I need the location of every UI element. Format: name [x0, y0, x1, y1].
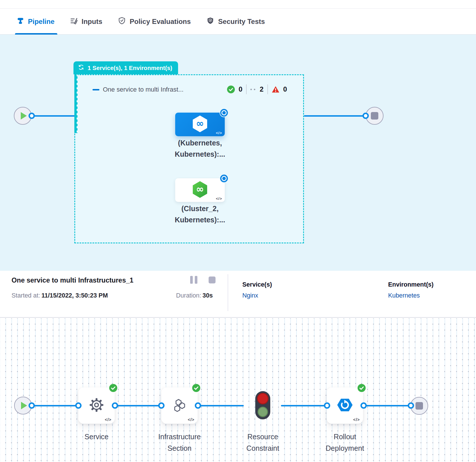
stage-group-edge-strip — [74, 74, 78, 133]
tab-pipeline-label: Pipeline — [28, 18, 54, 26]
running-dots-icon — [250, 89, 255, 90]
stage-group-container: One service to multi Infrast... 0 2 0 — [74, 74, 304, 243]
success-check-badge — [192, 384, 200, 392]
matrix-node-kubernetes[interactable]: ∞ </> — [175, 113, 225, 136]
traffic-light-green — [258, 407, 268, 417]
stage-group-title: One service to multi Infrast... — [103, 86, 184, 93]
stage-flow-canvas: </> Service </> Infrastructu — [0, 318, 476, 462]
edge-stage-to-end — [304, 115, 366, 117]
yaml-code-glyph: </> — [216, 196, 222, 201]
harness-hexagon-icon: ∞ — [191, 180, 209, 200]
hexagons-icon — [172, 397, 187, 414]
success-check-badge — [358, 384, 366, 392]
security-shield-gear-icon — [206, 17, 214, 26]
step-infrastructure-section-label: Infrastructure Section — [145, 431, 214, 454]
edge — [198, 405, 244, 406]
edge — [32, 405, 78, 406]
cycle-icon — [78, 64, 84, 72]
service-environment-badge[interactable]: 1 Service(s), 1 Environment(s) — [73, 61, 178, 74]
duration-row: Duration: 30s — [176, 292, 213, 299]
connector-dot[interactable] — [195, 402, 201, 409]
queued-spinner-badge — [220, 174, 228, 183]
traffic-light-red — [257, 393, 269, 404]
edge — [281, 405, 327, 406]
svg-text:∞: ∞ — [196, 183, 204, 195]
yaml-code-glyph: </> — [216, 131, 222, 135]
pause-button[interactable] — [190, 276, 197, 284]
tab-security-tests[interactable]: Security Tests — [206, 9, 265, 34]
tab-pipeline[interactable]: Pipeline — [17, 9, 54, 34]
environments-value-link[interactable]: Kubernetes — [388, 292, 434, 299]
services-value-link[interactable]: Nginx — [242, 292, 272, 299]
top-strip — [0, 0, 476, 9]
started-at-value: 11/15/2022, 3:50:23 PM — [41, 292, 108, 299]
play-icon — [21, 112, 27, 120]
step-service[interactable]: </> — [78, 387, 115, 424]
connector-dot[interactable] — [324, 402, 330, 409]
execution-graph-canvas: 1 Service(s), 1 Environment(s) One servi… — [0, 35, 476, 271]
connector-dot[interactable] — [362, 113, 369, 119]
stop-icon — [415, 402, 423, 410]
success-count: 0 — [239, 85, 242, 93]
yaml-code-glyph: </> — [188, 417, 194, 422]
svg-text:∞: ∞ — [196, 118, 204, 129]
failed-count: 0 — [283, 85, 287, 93]
environments-label: Environment(s) — [388, 281, 434, 288]
connector-dot[interactable] — [75, 402, 82, 409]
duration-value: 30s — [203, 292, 213, 299]
yaml-code-glyph: </> — [353, 417, 360, 422]
step-resource-constraint traffic-light-icon[interactable] — [255, 391, 270, 419]
stop-icon — [371, 112, 378, 120]
harness-hexagon-icon: ∞ — [191, 115, 209, 134]
info-divider — [228, 274, 228, 311]
yaml-code-glyph: </> — [105, 417, 112, 422]
running-spinner-badge — [220, 108, 228, 117]
step-resource-constraint-label: Resource Constraint — [228, 431, 297, 454]
pipeline-icon — [17, 17, 24, 26]
execution-title: One service to multi Infrastructures_1 — [12, 277, 133, 284]
connector-dot[interactable] — [29, 402, 35, 409]
step-service-label: Service — [62, 431, 131, 442]
services-label: Service(s) — [242, 281, 272, 288]
stage-status-counts: 0 2 0 — [227, 84, 287, 94]
success-check-badge — [109, 384, 117, 392]
stop-button[interactable] — [209, 277, 216, 283]
environments-group: Environment(s) Kubernetes — [388, 281, 434, 299]
pipeline-execution-page: Pipeline Inputs Policy Eval — [0, 0, 476, 462]
tab-policy-evaluations[interactable]: Policy Evaluations — [118, 9, 191, 34]
policy-shield-check-icon — [118, 17, 126, 26]
matrix-node-cluster-2[interactable]: ∞ </> — [175, 178, 225, 202]
started-at-label: Started at: — [12, 292, 40, 299]
tab-policy-evaluations-label: Policy Evaluations — [130, 18, 191, 26]
tab-inputs-label: Inputs — [82, 18, 102, 26]
connector-dot[interactable] — [360, 402, 367, 409]
tab-inputs[interactable]: Inputs — [70, 9, 102, 34]
matrix-node-kubernetes-label: (Kubernetes, Kubernetes):... — [157, 137, 243, 160]
matrix-node-cluster-2-label: (Cluster_2, Kubernetes):... — [157, 203, 243, 226]
execution-info-bar: One service to multi Infrastructures_1 S… — [0, 271, 476, 318]
gear-icon — [89, 397, 104, 414]
play-icon — [21, 402, 27, 409]
running-count: 2 — [260, 85, 263, 93]
count-separator — [267, 84, 268, 94]
connector-dot[interactable] — [408, 402, 414, 409]
edge — [364, 405, 411, 406]
step-infrastructure-section[interactable]: </> — [161, 387, 198, 424]
step-rollout-deployment-label: Rollout Deployment — [310, 431, 379, 454]
failed-count-icon — [272, 86, 279, 93]
connector-dot[interactable] — [158, 402, 165, 409]
edge-start-to-stage — [32, 115, 75, 117]
tab-bar: Pipeline Inputs Policy Eval — [0, 9, 476, 35]
success-count-icon — [227, 86, 235, 93]
step-rollout-deployment[interactable]: </> — [327, 387, 363, 424]
count-separator — [246, 84, 247, 94]
connector-dot[interactable] — [112, 402, 118, 409]
service-environment-badge-label: 1 Service(s), 1 Environment(s) — [88, 65, 172, 71]
services-group: Service(s) Nginx — [242, 281, 272, 299]
duration-label: Duration: — [176, 292, 201, 299]
collapse-stage-group-button[interactable] — [92, 89, 99, 90]
connector-dot[interactable] — [29, 113, 35, 119]
rollout-deployment-icon — [337, 398, 353, 413]
started-at-row: Started at: 11/15/2022, 3:50:23 PM — [12, 292, 108, 299]
tab-security-tests-label: Security Tests — [218, 18, 265, 26]
